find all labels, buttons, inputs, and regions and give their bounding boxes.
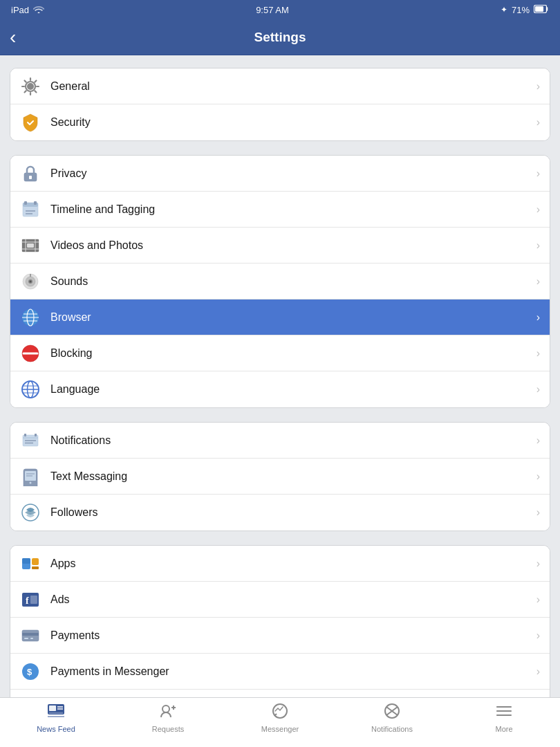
- settings-item-payments-messenger[interactable]: $ Payments in Messenger ›: [10, 654, 550, 690]
- blocking-icon: [20, 343, 41, 364]
- settings-item-notifications[interactable]: Notifications ›: [10, 423, 550, 459]
- tab-more[interactable]: More: [448, 703, 560, 733]
- more-tab-icon: [495, 703, 513, 723]
- newsfeed-tab-label: News Feed: [37, 725, 75, 733]
- svg-point-46: [30, 481, 32, 483]
- payments-messenger-chevron: ›: [536, 665, 540, 678]
- tab-messenger[interactable]: Messenger: [224, 703, 336, 733]
- settings-item-timeline[interactable]: Timeline and Tagging ›: [10, 192, 550, 228]
- security-icon: [20, 112, 41, 133]
- requests-tab-label: Requests: [152, 725, 184, 733]
- ads-icon: f: [20, 589, 41, 610]
- sounds-label: Sounds: [50, 275, 536, 288]
- settings-item-apps[interactable]: Apps ›: [10, 546, 550, 582]
- back-button[interactable]: ‹: [10, 26, 16, 48]
- timeline-label: Timeline and Tagging: [50, 203, 536, 216]
- payments-messenger-label: Payments in Messenger: [50, 665, 536, 678]
- settings-item-ads[interactable]: f Ads ›: [10, 582, 550, 618]
- settings-item-videos[interactable]: Videos and Photos ›: [10, 228, 550, 264]
- language-icon: [20, 379, 41, 400]
- followers-chevron: ›: [536, 506, 540, 519]
- status-left: iPad: [11, 5, 44, 15]
- settings-item-language[interactable]: Language ›: [10, 371, 550, 407]
- language-label: Language: [50, 383, 536, 396]
- svg-rect-54: [30, 596, 37, 604]
- privacy-icon: [20, 163, 41, 184]
- payments-chevron: ›: [536, 629, 540, 642]
- tab-notifications[interactable]: Notifications: [336, 703, 448, 733]
- svg-rect-51: [32, 566, 39, 569]
- ads-label: Ads: [50, 593, 536, 606]
- tab-requests[interactable]: Requests: [112, 703, 224, 733]
- notifications-tab-label: Notifications: [371, 725, 413, 733]
- ads-chevron: ›: [536, 593, 540, 606]
- settings-group-4: Apps › f Ads › P: [10, 545, 550, 697]
- texting-chevron: ›: [536, 470, 540, 483]
- apps-icon: [20, 553, 41, 574]
- browser-label: Browser: [50, 311, 536, 324]
- language-chevron: ›: [536, 383, 540, 396]
- svg-point-73: [162, 706, 169, 712]
- settings-item-general[interactable]: General ›: [10, 68, 550, 104]
- notifications-label: Notifications: [50, 434, 536, 447]
- payments-icon: [20, 625, 41, 646]
- svg-text:$: $: [27, 667, 32, 677]
- nav-bar: ‹ Settings: [0, 19, 560, 55]
- settings-item-blocking[interactable]: Blocking ›: [10, 335, 550, 371]
- battery-icon: [534, 5, 549, 15]
- svg-rect-57: [24, 638, 28, 639]
- svg-rect-49: [22, 558, 30, 564]
- security-label: Security: [50, 116, 536, 129]
- svg-rect-12: [34, 201, 37, 205]
- payments-label: Payments: [50, 629, 536, 642]
- blocking-label: Blocking: [50, 347, 536, 360]
- svg-rect-1: [535, 6, 543, 12]
- more-tab-label: More: [495, 725, 512, 733]
- messenger-tab-icon: [271, 703, 289, 723]
- settings-item-texting[interactable]: Text Messaging ›: [10, 459, 550, 495]
- settings-group-3: Notifications › Text Messaging ›: [10, 422, 550, 531]
- settings-item-payments[interactable]: Payments ›: [10, 618, 550, 654]
- browser-chevron: ›: [536, 311, 540, 324]
- settings-item-security[interactable]: Security ›: [10, 104, 550, 140]
- svg-rect-68: [49, 706, 56, 711]
- notifications-chevron: ›: [536, 434, 540, 447]
- bluetooth-icon: ✦: [501, 5, 507, 15]
- texting-icon: [20, 466, 41, 487]
- privacy-label: Privacy: [50, 167, 536, 180]
- texting-label: Text Messaging: [50, 470, 536, 483]
- sounds-chevron: ›: [536, 275, 540, 288]
- tab-bar: News Feed Requests Messenger: [0, 697, 560, 747]
- svg-point-22: [30, 280, 32, 282]
- security-chevron: ›: [536, 116, 540, 129]
- status-right: ✦ 71%: [501, 5, 549, 15]
- videos-label: Videos and Photos: [50, 239, 536, 252]
- status-bar: iPad 9:57 AM ✦ 71%: [0, 0, 560, 19]
- notifications-tab-icon: [383, 703, 401, 723]
- apps-chevron: ›: [536, 557, 540, 570]
- blocking-chevron: ›: [536, 347, 540, 360]
- general-label: General: [50, 80, 536, 93]
- followers-icon: [20, 502, 41, 523]
- videos-icon: [20, 235, 41, 256]
- settings-item-browser[interactable]: Browser ›: [10, 299, 550, 335]
- settings-item-privacy[interactable]: Privacy ›: [10, 156, 550, 192]
- notifications-icon: [20, 430, 41, 451]
- settings-item-support[interactable]: Support Inbox ›: [10, 690, 550, 697]
- messenger-tab-label: Messenger: [261, 725, 299, 733]
- svg-text:f: f: [26, 596, 29, 606]
- general-icon: [20, 76, 41, 97]
- videos-chevron: ›: [536, 239, 540, 252]
- followers-label: Followers: [50, 506, 536, 519]
- settings-item-sounds[interactable]: Sounds ›: [10, 264, 550, 299]
- settings-item-followers[interactable]: Followers ›: [10, 495, 550, 531]
- svg-rect-6: [29, 176, 32, 179]
- battery-label: 71%: [512, 5, 530, 15]
- svg-rect-58: [30, 638, 33, 639]
- svg-rect-40: [24, 434, 26, 436]
- svg-rect-56: [22, 633, 39, 636]
- tab-newsfeed[interactable]: News Feed: [0, 703, 112, 733]
- nav-title: Settings: [254, 30, 306, 45]
- svg-rect-41: [35, 434, 37, 436]
- sounds-icon: [20, 271, 41, 292]
